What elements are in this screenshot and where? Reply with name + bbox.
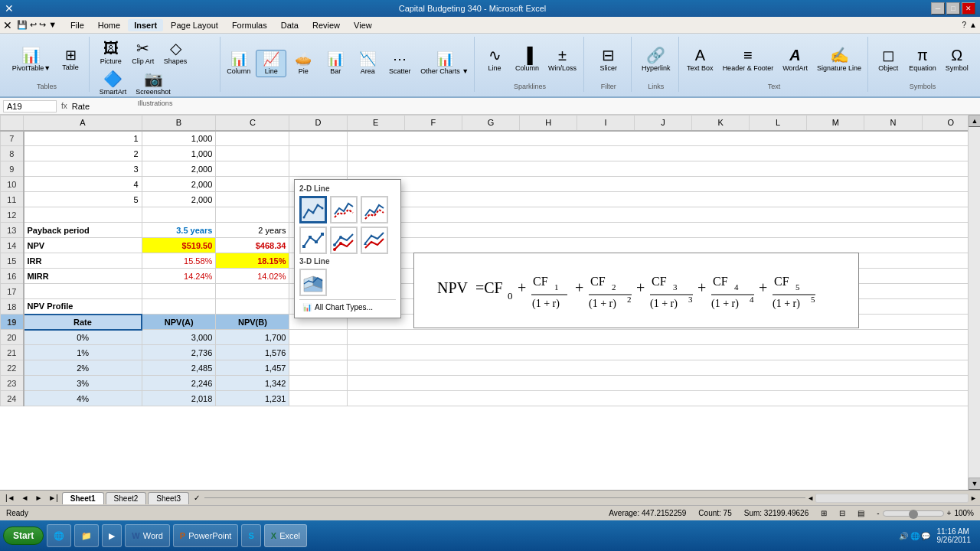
- menu-file[interactable]: File: [64, 19, 90, 31]
- cell-c9[interactable]: [216, 161, 289, 177]
- cell-c10[interactable]: [216, 177, 289, 192]
- cell-c11[interactable]: [216, 192, 289, 207]
- col-header-i[interactable]: I: [577, 116, 635, 131]
- cell-b13[interactable]: 3.5 years: [142, 223, 216, 238]
- cell-d7[interactable]: [289, 131, 347, 146]
- view-page-break-icon[interactable]: ▤: [858, 509, 864, 517]
- cell-a13[interactable]: Payback period: [24, 223, 142, 238]
- sheet-tab-1[interactable]: Sheet1: [62, 492, 104, 504]
- zoom-slider-thumb[interactable]: [909, 510, 918, 519]
- cell-a18[interactable]: NPV Profile: [24, 299, 142, 315]
- taskbar-word[interactable]: W Word: [125, 524, 169, 547]
- slicer-button[interactable]: ⊟ Slicer: [593, 45, 624, 74]
- smartart-button[interactable]: 🔷 SmartArt: [96, 69, 131, 98]
- sheet-tab-3[interactable]: Sheet3: [148, 492, 189, 504]
- cell-a12[interactable]: [24, 207, 142, 223]
- line-chart-option-6[interactable]: [361, 227, 388, 254]
- cell-b19[interactable]: NPV(A): [142, 315, 216, 330]
- cell-a9[interactable]: 3: [24, 161, 142, 177]
- col-header-a[interactable]: A: [24, 116, 142, 131]
- line-chart-option-2[interactable]: [330, 196, 358, 223]
- cell-d22[interactable]: [289, 360, 347, 376]
- view-layout-icon[interactable]: ⊟: [839, 509, 845, 517]
- clip-art-button[interactable]: ✂ Clip Art: [128, 38, 158, 67]
- cell-b23[interactable]: 2,246: [142, 376, 216, 391]
- cell-b20[interactable]: 3,000: [142, 330, 216, 345]
- cell-b11[interactable]: 2,000: [142, 192, 216, 207]
- cell-a19[interactable]: Rate: [24, 315, 142, 330]
- taskbar-skype[interactable]: S: [241, 524, 260, 547]
- menu-insert[interactable]: Insert: [128, 19, 163, 31]
- cell-a22[interactable]: 2%: [24, 360, 142, 376]
- vertical-scrollbar[interactable]: ▲ ▼: [968, 115, 980, 490]
- col-header-d[interactable]: D: [289, 116, 347, 131]
- cell-a21[interactable]: 1%: [24, 345, 142, 360]
- menu-data[interactable]: Data: [275, 19, 305, 31]
- col-header-c[interactable]: C: [216, 116, 289, 131]
- cell-a15[interactable]: IRR: [24, 253, 142, 269]
- insert-sheet-btn[interactable]: ✓: [191, 494, 203, 502]
- hscroll-right-btn[interactable]: ►: [970, 494, 977, 502]
- cell-b17[interactable]: [142, 284, 216, 299]
- menu-formulas[interactable]: Formulas: [226, 19, 273, 31]
- symbol-button[interactable]: Ω Symbol: [942, 45, 972, 74]
- minimize-ribbon-icon[interactable]: ▲: [969, 21, 977, 29]
- col-header-b[interactable]: B: [142, 116, 216, 131]
- zoom-in-btn[interactable]: +: [947, 509, 952, 517]
- taskbar-media[interactable]: ▶: [102, 524, 122, 547]
- object-button[interactable]: ◻ Object: [873, 45, 903, 74]
- pie-chart-button[interactable]: 🥧 Pie: [288, 50, 318, 77]
- sheet-nav-prev[interactable]: ◄: [19, 494, 31, 502]
- cell-a23[interactable]: 3%: [24, 376, 142, 391]
- cell-c8[interactable]: [216, 146, 289, 161]
- all-chart-types-link[interactable]: 📊 All Chart Types...: [299, 299, 396, 313]
- zoom-percentage[interactable]: 100%: [954, 509, 974, 517]
- sheet-nav-last[interactable]: ►|: [46, 494, 60, 502]
- column-chart-button[interactable]: 📊 Column: [223, 50, 254, 77]
- cell-d23[interactable]: [289, 376, 347, 391]
- horizontal-scrollbar[interactable]: ◄ ►: [807, 494, 977, 503]
- pivot-table-button[interactable]: 📊 PivotTable▼: [8, 45, 54, 74]
- 3d-line-option[interactable]: [299, 269, 327, 296]
- signature-button[interactable]: ✍ Signature Line: [813, 45, 865, 74]
- line-chart-option-1[interactable]: [299, 196, 327, 223]
- sheet-nav-next[interactable]: ►: [32, 494, 44, 502]
- col-header-j[interactable]: J: [635, 116, 692, 131]
- line-chart-option-5[interactable]: [330, 227, 358, 254]
- menu-home[interactable]: Home: [92, 19, 126, 31]
- wordart-button[interactable]: A WordArt: [779, 45, 812, 74]
- formula-input[interactable]: [72, 102, 977, 111]
- cell-b10[interactable]: 2,000: [142, 177, 216, 192]
- taskbar-ie[interactable]: 🌐: [47, 524, 71, 547]
- screenshot-button[interactable]: 📷 Screenshot: [132, 69, 175, 98]
- cell-c14[interactable]: $468.34: [216, 238, 289, 253]
- cell-c18[interactable]: [216, 299, 289, 315]
- hyperlink-button[interactable]: 🔗 Hyperlink: [638, 45, 675, 74]
- cell-a7[interactable]: 1: [24, 131, 142, 146]
- col-header-g[interactable]: G: [462, 116, 519, 131]
- shapes-button[interactable]: ◇ Shapes: [160, 38, 191, 67]
- cell-b24[interactable]: 2,018: [142, 391, 216, 406]
- cell-b16[interactable]: 14.24%: [142, 269, 216, 284]
- sheet-nav-first[interactable]: |◄: [3, 494, 18, 502]
- cell-b12[interactable]: [142, 207, 216, 223]
- cell-b22[interactable]: 2,485: [142, 360, 216, 376]
- cell-c12[interactable]: [216, 207, 289, 223]
- col-header-n[interactable]: N: [864, 116, 922, 131]
- col-header-f[interactable]: F: [404, 116, 462, 131]
- col-header-e[interactable]: E: [347, 116, 404, 131]
- restore-btn[interactable]: □: [946, 2, 960, 15]
- col-header-m[interactable]: M: [807, 116, 864, 131]
- cell-c22[interactable]: 1,457: [216, 360, 289, 376]
- cell-c13[interactable]: 2 years: [216, 223, 289, 238]
- cell-a17[interactable]: [24, 284, 142, 299]
- cell-a14[interactable]: NPV: [24, 238, 142, 253]
- menu-review[interactable]: Review: [306, 19, 346, 31]
- col-header-k[interactable]: K: [692, 116, 750, 131]
- view-normal-icon[interactable]: ⊞: [821, 509, 827, 517]
- taskbar-explorer[interactable]: 📁: [74, 524, 99, 547]
- bar-chart-button[interactable]: 📊 Bar: [320, 50, 351, 77]
- cell-a16[interactable]: MIRR: [24, 269, 142, 284]
- cell-c20[interactable]: 1,700: [216, 330, 289, 345]
- cell-d24[interactable]: [289, 391, 347, 406]
